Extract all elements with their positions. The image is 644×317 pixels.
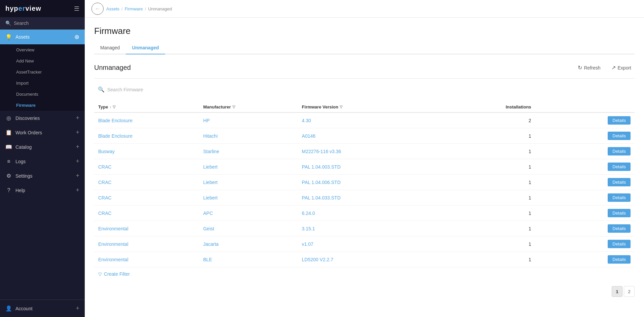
cell-manufacturer[interactable]: Liebert [199,190,298,206]
search-label: Search [14,20,29,26]
cell-version[interactable]: 6.24.0 [298,206,418,221]
details-button[interactable]: Details [608,240,631,248]
details-button[interactable]: Details [608,116,631,125]
cell-version[interactable]: 4.30 [298,112,418,128]
version-filter-icon[interactable]: ▽ [340,105,342,109]
search-button[interactable]: 🔍 Search [0,17,85,30]
cell-manufacturer[interactable]: Hitachi [199,128,298,144]
cell-manufacturer[interactable]: BLE [199,252,298,267]
cell-type[interactable]: Blade Enclosure [94,128,199,144]
cell-version[interactable]: M22276-116 v3.36 [298,144,418,159]
cell-version[interactable]: A0146 [298,128,418,144]
cell-type[interactable]: Busway [94,144,199,159]
cell-details: Details [558,221,635,236]
cell-manufacturer[interactable]: Geist [199,221,298,236]
cell-installations: 1 [418,206,558,221]
cell-manufacturer[interactable]: Liebert [199,159,298,175]
cell-type[interactable]: CRAC [94,190,199,206]
hamburger-icon[interactable]: ☰ [74,5,79,12]
breadcrumb-assets[interactable]: Assets [106,6,119,11]
breadcrumb: Assets / Firmware / Unmanaged [106,6,172,11]
col-type[interactable]: Type ↑ ▽ [94,102,199,112]
export-button[interactable]: ↗ Export [608,62,635,73]
table-row: BuswayStarlineM22276-116 v3.361Details [94,144,635,159]
tab-managed[interactable]: Managed [94,42,126,54]
sidebar-item-label: Assets [15,34,71,40]
sidebar-item-account[interactable]: 👤 Account + [0,301,85,316]
settings-expand-icon[interactable]: + [76,172,79,179]
details-button[interactable]: Details [608,224,631,233]
details-button[interactable]: Details [608,147,631,155]
page-btn-2[interactable]: 2 [624,286,635,297]
type-sort-icon[interactable]: ↑ [109,105,111,109]
subnav-add-new[interactable]: Add New [0,55,85,66]
table-row: CRACLiebertPAL 1.04.006.STD1Details [94,175,635,190]
back-button[interactable]: ← [91,3,104,15]
help-expand-icon[interactable]: + [76,187,79,194]
subnav-asset-tracker[interactable]: AssetTracker [0,66,85,78]
cell-type[interactable]: CRAC [94,175,199,190]
details-button[interactable]: Details [608,163,631,171]
details-button[interactable]: Details [608,193,631,202]
cell-details: Details [558,252,635,267]
details-button[interactable]: Details [608,132,631,140]
col-manufacturer[interactable]: Manufacturer ▽ [199,102,298,112]
discoveries-expand-icon[interactable]: + [76,115,79,122]
sidebar-item-help[interactable]: ? Help + [0,183,85,197]
subnav-overview[interactable]: Overview [0,44,85,55]
cell-type[interactable]: CRAC [94,206,199,221]
cell-version[interactable]: LD5200 V2.2.7 [298,252,418,267]
manufacturer-filter-icon[interactable]: ▽ [232,105,235,109]
col-version[interactable]: Firmware Version ▽ [298,102,418,112]
breadcrumb-firmware[interactable]: Firmware [125,6,143,11]
cell-installations: 1 [418,190,558,206]
table-row: EnvironmentalJacartav1.071Details [94,236,635,252]
sidebar-item-discoveries[interactable]: ◎ Discoveries + [0,111,85,125]
cell-version[interactable]: PAL 1.04.003.STD [298,159,418,175]
cell-type[interactable]: Environmental [94,221,199,236]
account-expand-icon[interactable]: + [76,305,79,312]
breadcrumb-sep2: / [145,6,146,11]
sidebar-item-work-orders[interactable]: 📋 Work Orders + [0,125,85,140]
search-firmware-input[interactable] [107,87,208,92]
tab-unmanaged[interactable]: Unmanaged [126,42,165,54]
export-label: Export [618,65,631,71]
table-row: Blade EnclosureHP4.302Details [94,112,635,128]
sidebar-item-label: Catalog [15,144,72,150]
work-orders-expand-icon[interactable]: + [76,129,79,136]
logo: hyperview [5,5,41,12]
cell-manufacturer[interactable]: APC [199,206,298,221]
sidebar-item-assets[interactable]: 💡 Assets ⊕ [0,30,85,44]
create-filter-button[interactable]: ▽ Create Filter [98,271,631,277]
sidebar-bottom: 👤 Account + [0,300,85,317]
cell-version[interactable]: v1.07 [298,236,418,252]
assets-expand-icon[interactable]: ⊕ [74,33,79,41]
catalog-expand-icon[interactable]: + [76,143,79,150]
cell-type[interactable]: CRAC [94,159,199,175]
details-button[interactable]: Details [608,255,631,264]
details-button[interactable]: Details [608,178,631,186]
cell-manufacturer[interactable]: Liebert [199,175,298,190]
cell-version[interactable]: 3.15.1 [298,221,418,236]
cell-type[interactable]: Blade Enclosure [94,112,199,128]
sidebar-item-catalog[interactable]: 📖 Catalog + [0,140,85,154]
refresh-button[interactable]: ↻ Refresh [574,62,604,73]
cell-manufacturer[interactable]: Jacarta [199,236,298,252]
subnav-firmware[interactable]: Firmware [0,100,85,111]
type-filter-icon[interactable]: ▽ [113,105,115,109]
details-button[interactable]: Details [608,209,631,217]
sidebar-header: hyperview ☰ [0,0,85,17]
cell-version[interactable]: PAL 1.04.006.STD [298,175,418,190]
cell-type[interactable]: Environmental [94,236,199,252]
subnav-documents[interactable]: Documents [0,89,85,100]
logs-expand-icon[interactable]: + [76,158,79,165]
cell-manufacturer[interactable]: Starline [199,144,298,159]
table-row: EnvironmentalGeist3.15.11Details [94,221,635,236]
cell-manufacturer[interactable]: HP [199,112,298,128]
page-btn-1[interactable]: 1 [612,286,622,297]
sidebar-item-settings[interactable]: ⚙ Settings + [0,169,85,183]
cell-type[interactable]: Environmental [94,252,199,267]
subnav-import[interactable]: Import [0,78,85,89]
cell-version[interactable]: PAL 1.04.033.STD [298,190,418,206]
sidebar-item-logs[interactable]: ≡ Logs + [0,154,85,169]
